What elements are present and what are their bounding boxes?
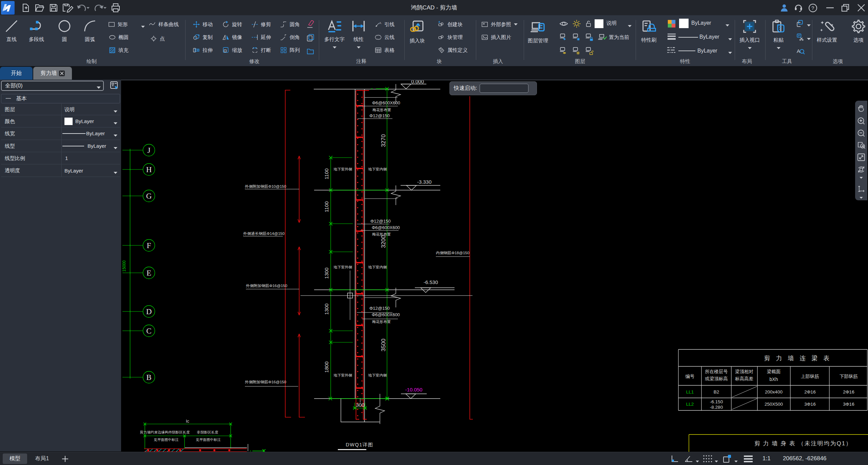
svg-text:剪 力 墙 连 梁 表: 剪 力 墙 连 梁 表 — [764, 355, 831, 362]
svg-text:标高高差: 标高高差 — [735, 376, 753, 381]
svg-text:A: A — [379, 21, 382, 25]
svg-text:F: F — [147, 241, 151, 250]
svg-text:1300: 1300 — [324, 303, 329, 315]
svg-text:非阴影区长度: 非阴影区长度 — [197, 430, 219, 434]
svg-text:3Φ16: 3Φ16 — [843, 402, 854, 407]
svg-text:地下室外侧: 地下室外侧 — [333, 373, 352, 377]
svg-text:Φ6@600X600: Φ6@600X600 — [372, 312, 400, 317]
svg-text:-6.150: -6.150 — [710, 399, 723, 404]
svg-text:15000: 15000 — [122, 260, 127, 272]
svg-text:lc: lc — [186, 419, 189, 424]
svg-text:Φ12@150: Φ12@150 — [369, 113, 390, 118]
svg-text:-3.330: -3.330 — [417, 179, 432, 185]
svg-text:梅花形布置: 梅花形布置 — [372, 108, 391, 112]
svg-text:-8.280: -8.280 — [710, 405, 723, 410]
svg-text:0.000: 0.000 — [411, 80, 424, 84]
svg-text:C: C — [146, 327, 151, 335]
svg-text:250X500: 250X500 — [765, 402, 783, 407]
svg-text:剪 力 墙 身 表 （未注明均为Q1）: 剪 力 墙 身 表 （未注明均为Q1） — [754, 440, 852, 447]
svg-text:地下室外侧: 地下室外侧 — [333, 265, 352, 269]
svg-text:1100: 1100 — [324, 168, 329, 179]
svg-text:编号: 编号 — [686, 374, 695, 379]
svg-text:DWQ1详图: DWQ1详图 — [346, 442, 373, 447]
svg-text:3500: 3500 — [380, 339, 387, 351]
svg-text:300: 300 — [356, 402, 364, 408]
svg-text:200x400: 200x400 — [765, 389, 783, 395]
svg-text:外侧附加钢筋Φ16@150: 外侧附加钢筋Φ16@150 — [246, 284, 287, 288]
svg-text:B: B — [146, 373, 151, 382]
svg-text:所在楼层号: 所在楼层号 — [705, 369, 728, 374]
svg-text:1800: 1800 — [324, 361, 329, 372]
svg-text:见平面图中标注: 见平面图中标注 — [154, 438, 179, 442]
svg-text:2Φ16: 2Φ16 — [843, 389, 854, 395]
svg-text:Φ6@600X600: Φ6@600X600 — [372, 225, 400, 230]
svg-text:2Φ16: 2Φ16 — [804, 389, 815, 395]
svg-text:3200: 3200 — [380, 235, 387, 248]
svg-text:1300: 1300 — [324, 267, 329, 279]
svg-text:1100: 1100 — [324, 201, 329, 212]
svg-text:?: ? — [811, 5, 814, 11]
svg-text:B2: B2 — [714, 389, 719, 395]
svg-text:Φ12@150: Φ12@150 — [370, 219, 391, 224]
svg-text:地下室内侧: 地下室内侧 — [368, 167, 387, 171]
svg-text:地下室外侧: 地下室外侧 — [333, 167, 352, 171]
svg-text:J: J — [148, 146, 151, 155]
svg-text:LL1: LL1 — [686, 389, 694, 395]
svg-text:见平面图中标注: 见平面图中标注 — [196, 438, 221, 442]
svg-text:G: G — [146, 192, 152, 200]
svg-text:外侧附加钢筋Φ16@150: 外侧附加钢筋Φ16@150 — [245, 380, 286, 384]
svg-text:或梁顶标高: 或梁顶标高 — [705, 376, 728, 381]
svg-text:内侧钢筋Φ18@150: 内侧钢筋Φ18@150 — [436, 251, 469, 255]
svg-text:bXh: bXh — [770, 377, 778, 382]
svg-text:下部纵筋: 下部纵筋 — [840, 374, 858, 379]
svg-text:地下室内侧: 地下室内侧 — [368, 373, 387, 377]
svg-text:3Φ16: 3Φ16 — [804, 402, 815, 407]
svg-text:外侧通长钢筋Φ14@150: 外侧通长钢筋Φ14@150 — [243, 231, 285, 236]
svg-text:D: D — [146, 307, 152, 316]
svg-text:-10.050: -10.050 — [405, 387, 423, 392]
svg-text:H: H — [146, 165, 152, 174]
svg-text:梁截面: 梁截面 — [767, 369, 781, 374]
svg-text:梅花形布置: 梅花形布置 — [372, 320, 391, 324]
svg-text:E: E — [147, 269, 151, 277]
svg-text:Φ12@150: Φ12@150 — [369, 306, 390, 311]
svg-text:梅花形布置: 梅花形布置 — [372, 232, 391, 236]
svg-text:Φ6@600X600: Φ6@600X600 — [372, 100, 400, 105]
svg-text:梁顶相对: 梁顶相对 — [735, 369, 753, 374]
svg-text:外侧附加钢筋Φ10@150: 外侧附加钢筋Φ10@150 — [245, 184, 286, 188]
svg-text:剪力墙约束边缘构件阴影区长度: 剪力墙约束边缘构件阴影区长度 — [140, 430, 190, 434]
svg-text:-6.530: -6.530 — [424, 279, 438, 285]
svg-text:LL2: LL2 — [686, 402, 694, 407]
svg-text:地下室内侧: 地下室内侧 — [368, 265, 387, 269]
svg-text:上部纵筋: 上部纵筋 — [801, 374, 819, 379]
svg-text:3270: 3270 — [380, 134, 387, 147]
